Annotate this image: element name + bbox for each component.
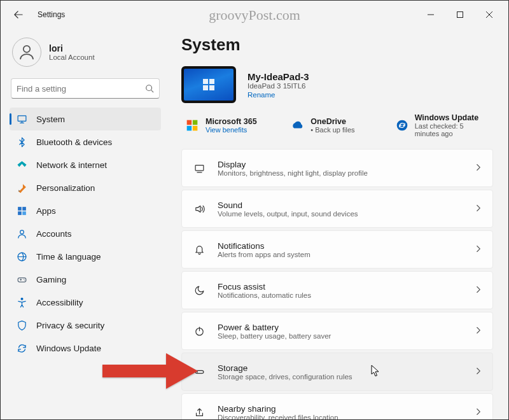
settings-row-notifications[interactable]: Notifications Alerts from apps and syste… bbox=[181, 230, 493, 269]
svg-rect-17 bbox=[195, 165, 204, 171]
sidebar-item-gaming[interactable]: Gaming bbox=[10, 268, 161, 291]
chevron-right-icon bbox=[475, 204, 482, 214]
rename-link[interactable]: Rename bbox=[248, 91, 309, 99]
device-model: IdeaPad 3 15ITL6 bbox=[248, 82, 309, 90]
status-card-onedrive[interactable]: OneDrive • Back up files bbox=[286, 112, 387, 139]
chevron-right-icon bbox=[475, 164, 482, 173]
svg-rect-7 bbox=[22, 211, 26, 215]
settings-row-subtitle: Sleep, battery usage, battery saver bbox=[218, 332, 463, 340]
sidebar-item-accessibility[interactable]: Accessibility bbox=[10, 291, 161, 314]
account-type: Local Account bbox=[49, 53, 95, 61]
sidebar-item-apps[interactable]: Apps bbox=[10, 199, 161, 222]
sync-icon bbox=[16, 342, 27, 354]
settings-row-subtitle: Monitors, brightness, night light, displ… bbox=[218, 169, 463, 177]
moon-icon bbox=[192, 283, 206, 297]
sidebar-item-label: Windows Update bbox=[36, 344, 101, 353]
ms365-icon bbox=[185, 118, 199, 132]
settings-row-subtitle: Discoverability, received files location bbox=[218, 414, 463, 420]
window-controls bbox=[417, 5, 503, 24]
svg-point-8 bbox=[20, 230, 24, 234]
svg-point-1 bbox=[24, 46, 31, 53]
settings-row-title: Nearby sharing bbox=[218, 404, 463, 414]
settings-row-title: Sound bbox=[218, 200, 463, 210]
search-input[interactable] bbox=[17, 84, 145, 94]
svg-rect-0 bbox=[457, 12, 463, 18]
svg-point-16 bbox=[396, 120, 407, 131]
svg-rect-14 bbox=[187, 126, 192, 131]
sidebar-item-privacy-security[interactable]: Privacy & security bbox=[10, 314, 161, 337]
sound-icon bbox=[192, 202, 206, 216]
storage-icon bbox=[192, 365, 206, 379]
settings-row-title: Focus assist bbox=[218, 282, 463, 291]
sidebar-item-windows-update[interactable]: Windows Update bbox=[10, 337, 161, 360]
settings-row-power-battery[interactable]: Power & battery Sleep, battery usage, ba… bbox=[181, 312, 493, 350]
grid-icon bbox=[16, 205, 27, 216]
status-title: OneDrive bbox=[310, 117, 354, 126]
status-row: Microsoft 365 View benefits OneDrive • B… bbox=[181, 112, 493, 139]
power-icon bbox=[192, 324, 206, 338]
sidebar-item-label: Accessibility bbox=[36, 298, 83, 307]
sidebar-item-personalization[interactable]: Personalization bbox=[10, 176, 161, 199]
settings-row-subtitle: Storage space, drives, configuration rul… bbox=[218, 373, 463, 381]
sidebar-item-bluetooth-devices[interactable]: Bluetooth & devices bbox=[10, 130, 161, 153]
svg-rect-4 bbox=[18, 207, 22, 211]
sidebar-item-label: Network & internet bbox=[36, 160, 107, 170]
sidebar-item-system[interactable]: System bbox=[10, 108, 161, 130]
chevron-right-icon bbox=[475, 326, 482, 336]
settings-row-subtitle: Alerts from apps and system bbox=[218, 251, 463, 258]
device-thumbnail bbox=[181, 66, 236, 103]
sidebar-item-time-language[interactable]: Time & language bbox=[10, 245, 161, 268]
status-card-windows-update[interactable]: Windows Update Last checked: 5 minutes a… bbox=[392, 112, 493, 139]
settings-row-title: Storage bbox=[218, 363, 463, 373]
monitor-icon bbox=[16, 113, 27, 125]
account-row[interactable]: lori Local Account bbox=[10, 34, 161, 76]
close-icon bbox=[486, 11, 492, 18]
chevron-right-icon bbox=[475, 408, 482, 417]
status-subtitle: • Back up files bbox=[310, 126, 354, 134]
search-box[interactable] bbox=[11, 78, 160, 99]
close-button[interactable] bbox=[475, 5, 503, 24]
settings-row-storage[interactable]: Storage Storage space, drives, configura… bbox=[181, 353, 493, 391]
window-title: Settings bbox=[38, 10, 65, 19]
sidebar-item-accounts[interactable]: Accounts bbox=[10, 222, 161, 245]
chevron-right-icon bbox=[475, 286, 482, 295]
settings-row-nearby-sharing[interactable]: Nearby sharing Discoverability, received… bbox=[181, 393, 493, 419]
svg-rect-5 bbox=[22, 207, 26, 211]
status-title: Microsoft 365 bbox=[206, 117, 257, 126]
settings-list: Display Monitors, brightness, night ligh… bbox=[181, 149, 493, 419]
minimize-icon bbox=[428, 11, 434, 18]
brush-icon bbox=[16, 182, 27, 193]
wifi-icon bbox=[16, 159, 27, 171]
status-title: Windows Update bbox=[415, 113, 489, 122]
titlebar: Settings bbox=[1, 1, 508, 29]
sidebar-item-label: Gaming bbox=[36, 275, 66, 284]
person-icon bbox=[16, 228, 27, 239]
maximize-button[interactable] bbox=[446, 5, 474, 24]
svg-rect-12 bbox=[187, 120, 192, 125]
status-card-microsoft-365[interactable]: Microsoft 365 View benefits bbox=[181, 112, 282, 139]
person-icon bbox=[17, 43, 36, 62]
onedrive-icon bbox=[290, 118, 304, 132]
status-subtitle[interactable]: View benefits bbox=[206, 126, 257, 134]
sidebar-nav: System Bluetooth & devices Network & int… bbox=[10, 108, 161, 360]
sidebar-item-label: System bbox=[36, 115, 65, 124]
maximize-icon bbox=[457, 11, 463, 18]
settings-row-focus-assist[interactable]: Focus assist Notifications, automatic ru… bbox=[181, 271, 493, 309]
svg-rect-6 bbox=[18, 211, 22, 215]
settings-row-subtitle: Volume levels, output, input, sound devi… bbox=[218, 210, 463, 218]
back-button[interactable] bbox=[10, 6, 27, 24]
settings-row-display[interactable]: Display Monitors, brightness, night ligh… bbox=[181, 149, 493, 187]
accessibility-icon bbox=[16, 297, 27, 308]
settings-row-title: Display bbox=[218, 160, 463, 169]
sidebar-item-network-internet[interactable]: Network & internet bbox=[10, 153, 161, 176]
sidebar-item-label: Accounts bbox=[36, 229, 72, 239]
share-icon bbox=[192, 405, 206, 419]
settings-row-title: Notifications bbox=[218, 241, 463, 251]
bluetooth-icon bbox=[16, 136, 27, 148]
chevron-right-icon bbox=[475, 245, 482, 255]
svg-rect-13 bbox=[193, 120, 198, 125]
sidebar-item-label: Apps bbox=[36, 206, 56, 216]
settings-row-sound[interactable]: Sound Volume levels, output, input, soun… bbox=[181, 190, 493, 228]
sidebar-item-label: Privacy & security bbox=[36, 321, 104, 330]
minimize-button[interactable] bbox=[417, 5, 445, 24]
